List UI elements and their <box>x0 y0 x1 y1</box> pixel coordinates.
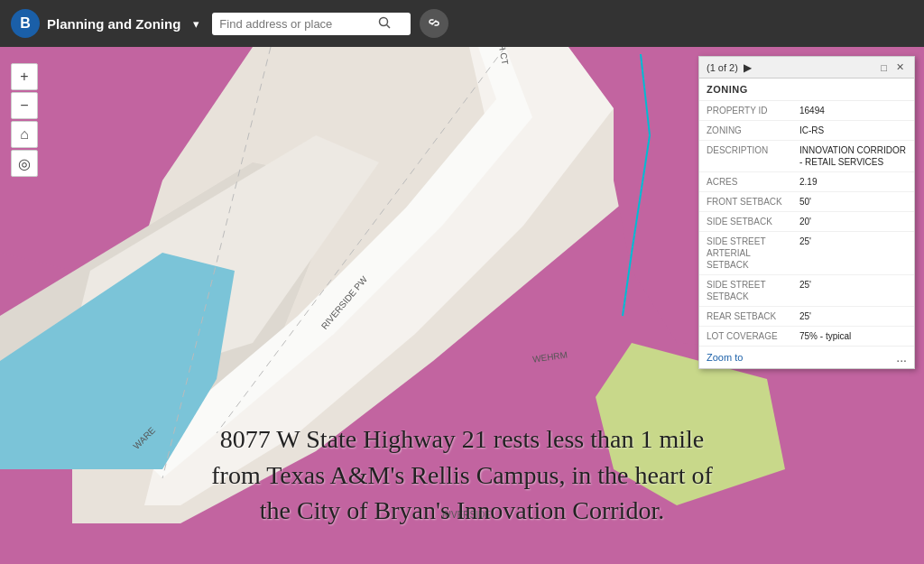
popup-footer: Zoom to ... <box>699 346 914 368</box>
popup-row-label: LOT COVERAGE <box>707 330 792 342</box>
link-button[interactable] <box>420 9 448 38</box>
popup-row: SIDE STREET SETBACK25' <box>699 275 914 307</box>
logo-icon: B <box>11 9 40 38</box>
popup-close-button[interactable]: ✕ <box>893 60 907 74</box>
popup-row-value: 50' <box>799 196 811 208</box>
popup-row-value: 25' <box>799 236 811 271</box>
popup-row-value: 16494 <box>799 105 825 116</box>
map-controls: + − ⌂ ◎ <box>11 63 38 177</box>
popup-row: LOT COVERAGE75% - typical <box>699 327 914 346</box>
popup-counter: (1 of 2) <box>707 62 738 73</box>
link-icon <box>428 16 440 32</box>
popup-row-value: 2.19 <box>799 176 817 188</box>
popup-row-value: 25' <box>799 310 811 322</box>
popup-row-label: SIDE STREET SETBACK <box>707 279 792 302</box>
popup-row-label: SIDE STREET ARTERIAL SETBACK <box>707 236 792 271</box>
popup-row: REAR SETBACK25' <box>699 307 914 327</box>
svg-point-12 <box>380 17 388 25</box>
zoom-to-link[interactable]: Zoom to <box>707 352 743 363</box>
popup-row-label: FRONT SETBACK <box>707 196 792 208</box>
popup-row-label: ACRES <box>707 176 792 188</box>
search-container <box>212 13 411 35</box>
app-title: Planning and Zoning <box>47 16 180 32</box>
home-button[interactable]: ⌂ <box>11 121 38 148</box>
popup-row-value: 75% - typical <box>799 330 851 342</box>
popup-row: DESCRIPTIONINNOVATION CORRIDOR - RETAIL … <box>699 141 914 172</box>
zoom-in-button[interactable]: + <box>11 63 38 90</box>
popup-row: PROPERTY ID16494 <box>699 101 914 121</box>
dropdown-button[interactable]: ▾ <box>189 14 203 34</box>
popup-row: SIDE SETBACK20' <box>699 212 914 232</box>
popup-row-label: ZONING <box>707 125 792 136</box>
popup-row-value: INNOVATION CORRIDOR - RETAIL SERVICES <box>799 144 907 168</box>
popup-row-label: PROPERTY ID <box>707 105 792 116</box>
popup-row-label: SIDE SETBACK <box>707 216 792 227</box>
popup-row-label: REAR SETBACK <box>707 310 792 322</box>
more-options-button[interactable]: ... <box>896 350 907 365</box>
popup-panel: (1 of 2) ▶ □ ✕ ZONING PROPERTY ID16494ZO… <box>698 56 915 369</box>
popup-maximize-button[interactable]: □ <box>878 61 890 74</box>
popup-row-label: DESCRIPTION <box>707 144 792 168</box>
locate-button[interactable]: ◎ <box>11 150 38 177</box>
popup-row: ZONINGIC-RS <box>699 121 914 141</box>
popup-content: PROPERTY ID16494ZONINGIC-RSDESCRIPTIONIN… <box>699 101 914 346</box>
popup-header: (1 of 2) ▶ □ ✕ <box>699 57 914 79</box>
popup-row-value: 25' <box>799 279 811 302</box>
popup-title: ZONING <box>707 84 748 95</box>
logo-area: B Planning and Zoning <box>11 9 180 38</box>
popup-next-button[interactable]: ▶ <box>744 61 752 74</box>
popup-row: FRONT SETBACK50' <box>699 192 914 212</box>
map-container: SETH CT RIVERSIDE PW WEHRM RIVERSIDE WAR… <box>0 0 924 564</box>
search-button[interactable] <box>378 16 391 32</box>
popup-row: SIDE STREET ARTERIAL SETBACK25' <box>699 232 914 275</box>
chevron-down-icon: ▾ <box>193 17 199 31</box>
popup-row-value: IC-RS <box>799 125 824 136</box>
search-input[interactable] <box>219 17 373 31</box>
popup-nav: (1 of 2) ▶ <box>707 61 752 74</box>
toolbar: B Planning and Zoning ▾ <box>0 0 924 47</box>
popup-row: ACRES2.19 <box>699 172 914 192</box>
popup-row-value: 20' <box>799 216 811 227</box>
svg-line-13 <box>387 24 391 28</box>
zoom-out-button[interactable]: − <box>11 92 38 119</box>
popup-controls: □ ✕ <box>878 60 907 74</box>
popup-title-row: ZONING <box>699 79 914 101</box>
search-icon <box>378 16 391 32</box>
